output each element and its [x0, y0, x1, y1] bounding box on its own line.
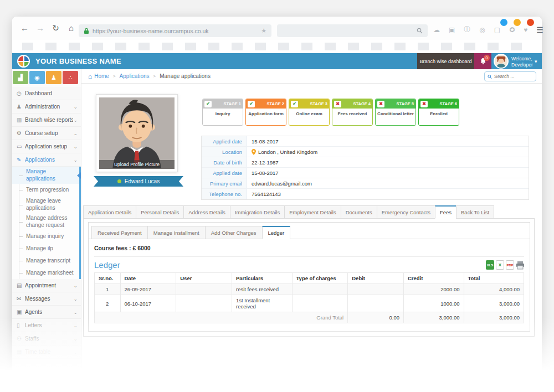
- sidebar-subitem-manage-transcript[interactable]: Manage transcript: [12, 255, 79, 267]
- sidebar-subitem-manage-ilp[interactable]: Manage ilp: [12, 243, 79, 255]
- brand-logo[interactable]: [17, 55, 30, 68]
- subtab-ledger[interactable]: Ledger: [262, 226, 291, 239]
- url-bar[interactable]: https://your-business-name.ourcampus.co.…: [79, 24, 271, 37]
- export-excel-icon[interactable]: XLS: [486, 260, 494, 270]
- tab-fees[interactable]: Fees: [435, 205, 456, 219]
- window-dot-blue[interactable]: [500, 19, 507, 26]
- tab-documents[interactable]: Documents: [341, 205, 377, 219]
- sidebar-item-staffs[interactable]: ⚇ Staffs ⌄: [12, 332, 81, 345]
- bookmark-star-icon[interactable]: ★: [261, 27, 266, 34]
- search-icon: [417, 28, 423, 34]
- sidebar-item-time-table[interactable]: ▦ Time table ⌄: [12, 345, 81, 359]
- heart-icon[interactable]: ♥: [524, 26, 527, 34]
- forward-button[interactable]: →: [35, 23, 45, 33]
- sidebar-item-letters[interactable]: ▯ Letters ⌄: [12, 319, 81, 332]
- tab-immigration-details[interactable]: Immigration Details: [230, 205, 285, 219]
- cross-icon: ✖: [334, 101, 341, 107]
- broadcast-icon[interactable]: ◎: [479, 26, 485, 34]
- fees-panel: Received Payment Manage Installment Add …: [83, 218, 535, 337]
- ledger-section-title: Ledger: [94, 260, 120, 270]
- chevron-down-icon[interactable]: ▾: [535, 59, 537, 64]
- app-search-box[interactable]: [484, 71, 536, 81]
- welcome-user[interactable]: Welcome, Developer: [511, 56, 533, 68]
- sidebar-item-agents[interactable]: ▣ Agents ⌄: [12, 306, 81, 319]
- tab-back-to-list[interactable]: Back To List: [456, 205, 494, 219]
- sidebar-subitem-manage-address-change-request[interactable]: Manage address change request: [12, 213, 79, 230]
- brand-name: YOUR BUSINESS NAME: [35, 57, 121, 65]
- applicant-name-ribbon: Edward Lucas: [94, 176, 183, 187]
- ledger-header-row: Sr.no.Date UserParticulars Type of charg…: [95, 273, 524, 284]
- tab-emergency-contacts[interactable]: Emergency Contacts: [377, 205, 435, 219]
- export-csv-icon[interactable]: X: [496, 260, 504, 270]
- briefcase-icon[interactable]: ▢: [494, 26, 500, 34]
- tab-personal-details[interactable]: Personal Details: [136, 205, 184, 219]
- notification-count-badge: 0: [484, 55, 490, 61]
- target-button[interactable]: ◉: [29, 71, 45, 84]
- camera-icon[interactable]: ▣: [449, 26, 455, 34]
- user-button[interactable]: ♟: [46, 71, 61, 84]
- sidebar-item-applications[interactable]: ✎ Applications ⌄: [12, 153, 81, 167]
- user-avatar[interactable]: [494, 54, 509, 69]
- subtab-add-other-charges[interactable]: Add Other Charges: [205, 226, 263, 239]
- chevron-down-icon: ⌄: [73, 117, 78, 123]
- chart-button[interactable]: ▟: [13, 71, 28, 84]
- subtab-manage-installment[interactable]: Manage Installment: [147, 226, 206, 239]
- export-pdf-icon[interactable]: PDF: [506, 260, 514, 270]
- calendar-icon: ▦: [17, 349, 25, 355]
- menu-icon[interactable]: ☰: [536, 25, 543, 34]
- table-row: 2 06-10-2017 1st Installment received 10…: [95, 295, 524, 312]
- search-icon: [488, 74, 492, 79]
- share-button[interactable]: ∴: [63, 71, 78, 84]
- breadcrumb-separator: >: [153, 74, 156, 79]
- sidebar-subitem-manage-marksheet[interactable]: Manage marksheet: [12, 267, 79, 279]
- cloud-icon[interactable]: ☁: [433, 26, 440, 34]
- sidebar-item-dashboard[interactable]: ◷ Dashboard: [12, 87, 81, 100]
- stage-card-6: ✖ STAGE 6 Enrolled: [418, 99, 459, 126]
- sidebar-subitem-manage-inquiry[interactable]: Manage inquiry: [12, 230, 79, 243]
- tab-employment-details[interactable]: Employment Details: [284, 205, 341, 219]
- branch-wise-dashboard-button[interactable]: Branch wise dashboard: [417, 53, 474, 69]
- upload-profile-picture-button[interactable]: Upload Profile Picture: [99, 160, 175, 169]
- shield-icon[interactable]: ✪: [509, 26, 515, 34]
- info-icon[interactable]: ⓘ: [464, 25, 470, 34]
- refresh-button[interactable]: ↻: [51, 23, 60, 33]
- url-text[interactable]: https://your-business-name.ourcampus.co.…: [93, 28, 258, 34]
- sidebar-item-appointment[interactable]: ▤ Appointment ⌄: [12, 279, 81, 292]
- stage-card-4: ✖ STAGE 4 Fees received: [332, 99, 373, 126]
- sidebar-item-administration[interactable]: ♟ Administration ⌄: [12, 100, 81, 114]
- window-dot-red[interactable]: [527, 19, 534, 26]
- breadcrumb-applications[interactable]: Applications: [120, 73, 150, 79]
- browser-chrome: ← → ↻ ⌂ https://your-business-name.ourca…: [12, 17, 542, 40]
- status-dot: [117, 179, 121, 183]
- bar-chart-icon: ▤: [17, 282, 25, 288]
- notifications-button[interactable]: 0: [474, 53, 491, 69]
- chevron-down-icon: ⌄: [73, 349, 78, 355]
- sidebar-item-course-setup[interactable]: ⚙ Course setup ⌄: [12, 127, 81, 140]
- print-icon[interactable]: [516, 260, 524, 270]
- back-button[interactable]: ←: [20, 23, 29, 33]
- breadcrumb-home[interactable]: Home: [94, 73, 109, 79]
- sidebar-subitem-term-progression[interactable]: Term progression: [12, 184, 79, 196]
- chevron-down-icon: ⌄: [73, 104, 78, 110]
- sidebar-item-branch-wise-reports[interactable]: ▥ Branch wise reports ⌄: [12, 114, 81, 127]
- detail-tabs: Application Details Personal Details Add…: [83, 205, 494, 219]
- ledger-table: Sr.no.Date UserParticulars Type of charg…: [94, 272, 524, 323]
- sidebar-subitem-manage-applications[interactable]: Manage applications: [12, 167, 79, 184]
- window-dot-yellow[interactable]: [514, 19, 521, 26]
- app-header: YOUR BUSINESS NAME Branch wise dashboard…: [12, 53, 542, 69]
- sidebar-subitem-manage-leave-applications[interactable]: Manage leave applications: [12, 196, 79, 213]
- chevron-down-icon: ⌄: [73, 310, 78, 315]
- stage-card-2: ✔ STAGE 2 Application form: [245, 99, 286, 126]
- browser-home-button[interactable]: ⌂: [66, 23, 76, 33]
- sidebar-item-application-setup[interactable]: ▭ Application setup ⌄: [12, 140, 81, 153]
- breadcrumb-bar: ⌂ Home > Applications > Manage applicati…: [81, 69, 542, 84]
- search-input[interactable]: [494, 74, 533, 79]
- browser-search-bar[interactable]: [277, 24, 428, 37]
- tab-application-details[interactable]: Application Details: [83, 205, 136, 219]
- tab-address-details[interactable]: Address Details: [183, 205, 230, 219]
- fees-inner-panel: Received Payment Manage Installment Add …: [88, 222, 530, 332]
- stage-card-3: ✔ STAGE 3 Online exam: [289, 99, 330, 126]
- subtab-received-payment[interactable]: Received Payment: [91, 226, 148, 239]
- breadcrumb-current: Manage applications: [160, 73, 211, 79]
- sidebar-item-messages[interactable]: ✉ Messages ⌄: [12, 292, 81, 306]
